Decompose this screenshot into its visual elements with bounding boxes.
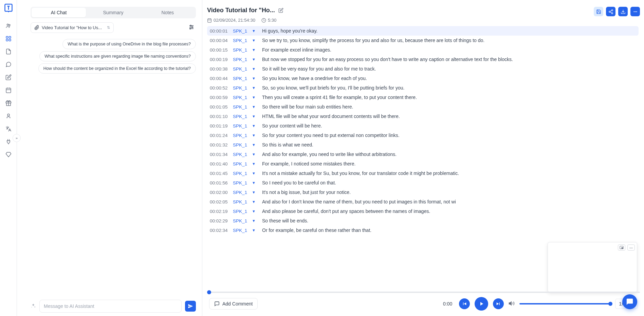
- chevron-down-icon[interactable]: ▼: [252, 38, 260, 42]
- volume-slider[interactable]: [519, 303, 610, 304]
- app-logo[interactable]: [4, 3, 13, 13]
- more-button[interactable]: [630, 7, 640, 16]
- transcript-speaker[interactable]: SPK_1: [233, 57, 250, 62]
- tab-notes[interactable]: Notes: [141, 8, 195, 17]
- chevron-down-icon[interactable]: ▼: [252, 95, 260, 99]
- transcript-row[interactable]: 00:01:45SPK_1▼It's not a mistake actuall…: [207, 169, 639, 178]
- sidebar-diamond[interactable]: [2, 149, 15, 161]
- transcript-row[interactable]: 00:00:52SPK_1▼So, so you know, we'll put…: [207, 83, 639, 93]
- transcript-row[interactable]: 00:00:44SPK_1▼So you know, we have a one…: [207, 74, 639, 83]
- transcript-speaker[interactable]: SPK_1: [233, 66, 250, 72]
- chevron-down-icon[interactable]: ▼: [252, 57, 260, 61]
- sidebar-expand-button[interactable]: »: [13, 134, 21, 142]
- transcript-row[interactable]: 00:01:34SPK_1▼And also for example, you …: [207, 150, 639, 159]
- transcript-speaker[interactable]: SPK_1: [233, 171, 250, 176]
- sidebar-dashboard[interactable]: [2, 33, 15, 45]
- chevron-down-icon[interactable]: ▼: [252, 209, 260, 213]
- share-button[interactable]: [606, 7, 615, 16]
- chevron-down-icon[interactable]: ▼: [252, 219, 260, 223]
- transcript-speaker[interactable]: SPK_1: [233, 199, 250, 204]
- transcript-speaker[interactable]: SPK_1: [233, 47, 250, 53]
- transcript-row[interactable]: 00:01:05SPK_1▼So there will be four main…: [207, 102, 639, 112]
- transcript-row[interactable]: 00:01:56SPK_1▼So I need you to be carefu…: [207, 178, 639, 187]
- sidebar-user[interactable]: [2, 110, 15, 122]
- chevron-down-icon[interactable]: ▼: [252, 152, 260, 156]
- chevron-down-icon[interactable]: ▼: [252, 29, 260, 33]
- transcript-row[interactable]: 00:02:00SPK_1▼It's not a big issue, but …: [207, 187, 639, 197]
- sidebar-calendar[interactable]: [2, 84, 15, 96]
- edit-title-button[interactable]: [278, 8, 283, 14]
- transcript-row[interactable]: 00:01:24SPK_1▼So for your content you ne…: [207, 131, 639, 140]
- transcript-row[interactable]: 00:02:34SPK_1▼Or for example, be careful…: [207, 225, 639, 235]
- sidebar-notes[interactable]: [2, 71, 15, 83]
- video-thumbnail[interactable]: —: [548, 242, 637, 292]
- chevron-down-icon[interactable]: ▼: [252, 67, 260, 71]
- sidebar-gift[interactable]: [2, 97, 15, 109]
- chevron-down-icon[interactable]: ▼: [252, 86, 260, 90]
- help-chat-button[interactable]: [622, 294, 637, 309]
- volume-icon[interactable]: [509, 300, 515, 308]
- transcript-row[interactable]: 00:01:19SPK_1▼So your content will be he…: [207, 121, 639, 131]
- sidebar-document[interactable]: [2, 45, 15, 58]
- transcript-speaker[interactable]: SPK_1: [233, 152, 250, 157]
- transcript-row[interactable]: 00:00:19SPK_1▼But now we stopped for you…: [207, 55, 639, 64]
- sidebar-chat[interactable]: [2, 58, 15, 71]
- chat-input[interactable]: [39, 300, 182, 313]
- transcript-speaker[interactable]: SPK_1: [233, 123, 250, 129]
- sidebar-people[interactable]: [2, 20, 15, 32]
- play-button[interactable]: [475, 297, 488, 311]
- transcript-speaker[interactable]: SPK_1: [233, 28, 250, 34]
- minimize-video-button[interactable]: —: [627, 244, 635, 251]
- transcript-speaker[interactable]: SPK_1: [233, 180, 250, 185]
- transcript-speaker[interactable]: SPK_1: [233, 38, 250, 43]
- transcript-speaker[interactable]: SPK_1: [233, 104, 250, 110]
- suggestion-2[interactable]: How should the content be organized in t…: [38, 63, 196, 74]
- transcript-speaker[interactable]: SPK_1: [233, 218, 250, 223]
- transcript-speaker[interactable]: SPK_1: [233, 190, 250, 195]
- transcript-row[interactable]: 00:02:05SPK_1▼And also for I don't know …: [207, 197, 639, 206]
- transcript-speaker[interactable]: SPK_1: [233, 133, 250, 138]
- transcript-row[interactable]: 00:00:04SPK_1▼So we try to, you know, si…: [207, 36, 639, 45]
- send-button[interactable]: [185, 301, 196, 312]
- transcript-speaker[interactable]: SPK_1: [233, 95, 250, 100]
- transcript-speaker[interactable]: SPK_1: [233, 76, 250, 81]
- chevron-down-icon[interactable]: ▼: [252, 105, 260, 109]
- suggestion-0[interactable]: What is the purpose of using OneDrive in…: [62, 39, 196, 49]
- chevron-down-icon[interactable]: ▼: [252, 114, 260, 118]
- pip-button[interactable]: [618, 244, 625, 251]
- transcript-row[interactable]: 00:01:10SPK_1▼HTML file will be what you…: [207, 112, 639, 121]
- download-button[interactable]: [618, 7, 628, 16]
- transcript-speaker[interactable]: SPK_1: [233, 142, 250, 147]
- sidebar-translate[interactable]: [2, 123, 15, 135]
- tab-ai-chat[interactable]: AI Chat: [32, 8, 86, 17]
- transcript-row[interactable]: 00:00:15SPK_1▼For example excel inline i…: [207, 45, 639, 55]
- filter-button[interactable]: [187, 23, 196, 33]
- transcript-row[interactable]: 00:02:29SPK_1▼So these will be ends.: [207, 216, 639, 225]
- transcript-row[interactable]: 00:00:38SPK_1▼So it will be very easy fo…: [207, 64, 639, 74]
- skip-back-button[interactable]: [459, 298, 470, 309]
- suggestion-1[interactable]: What specific instructions are given reg…: [39, 51, 196, 61]
- transcript-speaker[interactable]: SPK_1: [233, 85, 250, 91]
- source-dropdown[interactable]: Video Tutorial for "How to Us... ⇅: [31, 22, 114, 33]
- transcript-row[interactable]: 00:02:19SPK_1▼And also please be careful…: [207, 206, 639, 216]
- transcript-speaker[interactable]: SPK_1: [233, 228, 250, 233]
- transcript-row[interactable]: 00:00:59SPK_1▼Then you will create a spr…: [207, 93, 639, 102]
- chevron-down-icon[interactable]: ▼: [252, 124, 260, 128]
- chevron-down-icon[interactable]: ▼: [252, 181, 260, 185]
- chevron-down-icon[interactable]: ▼: [252, 190, 260, 194]
- transcript-row[interactable]: 00:01:40SPK_1▼For example, I noticed som…: [207, 159, 639, 169]
- chevron-down-icon[interactable]: ▼: [252, 162, 260, 166]
- volume-handle[interactable]: [608, 302, 612, 306]
- chevron-down-icon[interactable]: ▼: [252, 133, 260, 137]
- skip-forward-button[interactable]: [493, 298, 504, 309]
- progress-handle[interactable]: [207, 290, 211, 294]
- tab-summary[interactable]: Summary: [86, 8, 140, 17]
- add-comment-button[interactable]: Add Comment: [209, 298, 258, 310]
- chevron-down-icon[interactable]: ▼: [252, 76, 260, 80]
- transcript-speaker[interactable]: SPK_1: [233, 209, 250, 214]
- progress-bar[interactable]: [207, 292, 640, 293]
- transcript-speaker[interactable]: SPK_1: [233, 161, 250, 166]
- chevron-down-icon[interactable]: ▼: [252, 48, 260, 52]
- transcript-speaker[interactable]: SPK_1: [233, 114, 250, 119]
- chevron-down-icon[interactable]: ▼: [252, 143, 260, 147]
